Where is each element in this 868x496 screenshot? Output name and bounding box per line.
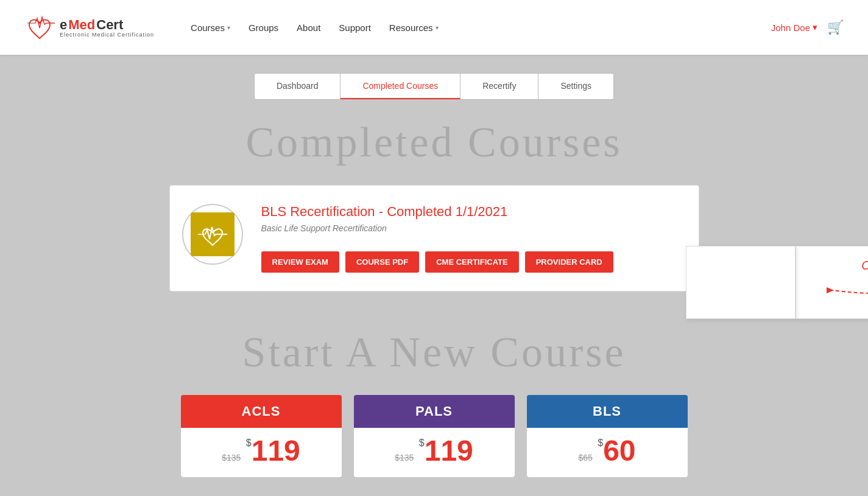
logo[interactable]: e Med Cert Electronic Medical Certificat… <box>24 11 154 44</box>
user-arrow-icon: ▾ <box>813 22 817 33</box>
review-exam-button[interactable]: REVIEW EXAM <box>261 251 339 273</box>
tabs: Dashboard Completed Courses Recertify Se… <box>254 73 614 100</box>
acls-old-price: $135 <box>222 453 241 463</box>
tabs-container: Dashboard Completed Courses Recertify Se… <box>0 73 868 100</box>
pals-body: $135 $119 <box>354 428 515 477</box>
bls-tile[interactable]: BLS $65 $60 <box>527 395 688 477</box>
callout-right-box: Click Here <box>796 246 869 319</box>
arrow-dashed <box>820 281 869 299</box>
pals-pricing: $135 $119 <box>364 434 505 467</box>
course-card: BLS Recertification - Completed 1/1/2021… <box>169 185 699 292</box>
course-info: BLS Recertification - Completed 1/1/2021… <box>261 204 680 273</box>
bls-pricing: $65 $60 <box>537 434 678 467</box>
dashed-arrow-icon <box>820 281 869 299</box>
courses-arrow-icon: ▾ <box>227 24 230 31</box>
nav-support[interactable]: Support <box>339 23 371 33</box>
bls-body: $65 $60 <box>527 428 688 477</box>
acls-body: $135 $119 <box>181 428 342 477</box>
pals-old-price: $135 <box>395 453 414 463</box>
course-logo <box>182 204 243 265</box>
nav-groups[interactable]: Groups <box>249 23 278 33</box>
main-nav: Courses ▾ Groups About Support Resources… <box>191 23 771 33</box>
bls-old-price: $65 <box>578 453 592 463</box>
tab-dashboard[interactable]: Dashboard <box>255 74 341 99</box>
tab-recertify[interactable]: Recertify <box>460 74 538 99</box>
logo-icon <box>24 11 55 44</box>
user-area: John Doe ▾ 🛒 <box>771 19 844 35</box>
bls-logo-icon <box>197 222 228 246</box>
acls-tile[interactable]: ACLS $135 $119 <box>181 395 342 477</box>
logo-subtitle: Electronic Medical Certification <box>60 32 154 38</box>
course-pdf-button[interactable]: COURSE PDF <box>345 251 419 273</box>
resources-arrow-icon: ▾ <box>436 24 439 31</box>
cme-certificate-button[interactable]: CME CERTIFICATE <box>425 251 518 273</box>
user-menu[interactable]: John Doe ▾ <box>771 22 817 33</box>
provider-card-button[interactable]: PROVIDER CARD <box>525 251 613 273</box>
logo-e-text: e <box>60 17 67 33</box>
nav-resources[interactable]: Resources ▾ <box>389 23 439 33</box>
svg-marker-2 <box>827 287 834 293</box>
click-here-text: Click Here <box>820 259 869 273</box>
tab-completed-courses[interactable]: Completed Courses <box>340 74 460 99</box>
tab-settings[interactable]: Settings <box>538 74 613 99</box>
header: e Med Cert Electronic Medical Certificat… <box>0 0 868 55</box>
course-buttons: REVIEW EXAM COURSE PDF CME CERTIFICATE P… <box>261 251 680 273</box>
acls-price: $119 <box>246 445 300 464</box>
nav-courses[interactable]: Courses ▾ <box>191 23 230 33</box>
nav-about[interactable]: About <box>297 23 320 33</box>
course-card-wrapper: BLS Recertification - Completed 1/1/2021… <box>169 185 699 292</box>
course-logo-inner <box>191 212 235 256</box>
page-title: Completed Courses <box>0 118 868 167</box>
callout-popup: Click Here <box>686 246 869 319</box>
bls-header: BLS <box>527 395 688 428</box>
bls-price: $60 <box>598 445 635 464</box>
new-course-title: Start A New Course <box>0 328 868 377</box>
pals-tile[interactable]: PALS $135 $119 <box>354 395 515 477</box>
course-tiles-row: ACLS $135 $119 PALS $135 $119 BLS <box>0 395 868 489</box>
course-subtitle: Basic Life Support Recertification <box>261 223 680 233</box>
callout-left-box <box>686 246 796 319</box>
logo-med-text: Med <box>68 17 95 33</box>
course-title: BLS Recertification - Completed 1/1/2021 <box>261 204 680 220</box>
acls-header: ACLS <box>181 395 342 428</box>
course-section: BLS Recertification - Completed 1/1/2021… <box>0 185 868 292</box>
acls-pricing: $135 $119 <box>191 434 332 467</box>
logo-cert-text: Cert <box>96 17 123 33</box>
pals-price: $119 <box>419 445 473 464</box>
pals-header: PALS <box>354 395 515 428</box>
cart-icon[interactable]: 🛒 <box>827 19 844 35</box>
